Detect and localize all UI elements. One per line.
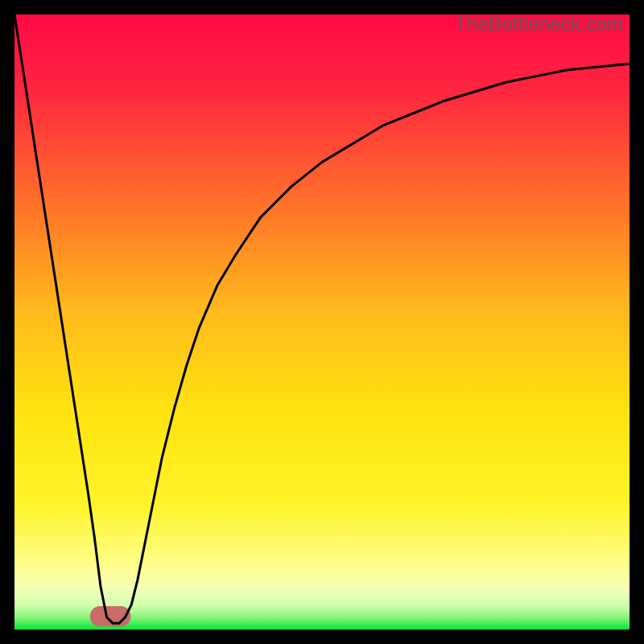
gradient-background [14, 14, 630, 630]
chart-svg [14, 14, 630, 630]
chart-frame: TheBottleneck.com [14, 14, 630, 630]
plot-area [14, 14, 630, 630]
watermark-label: TheBottleneck.com [455, 13, 623, 35]
